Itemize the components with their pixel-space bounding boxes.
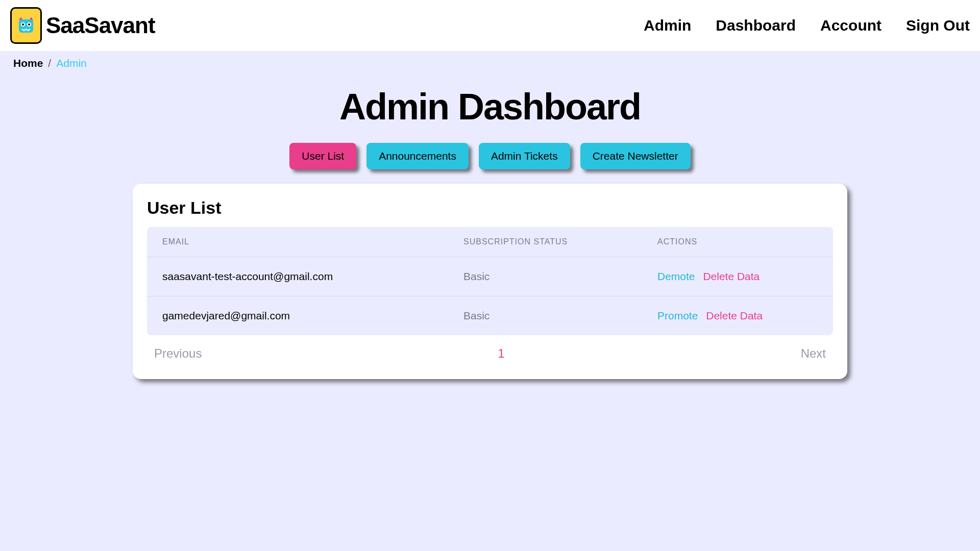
card-title: User List — [147, 198, 833, 218]
tab-admin-tickets[interactable]: Admin Tickets — [479, 143, 570, 169]
svg-rect-0 — [19, 19, 33, 33]
breadcrumb: Home / Admin — [0, 51, 980, 76]
action-promote[interactable]: Promote — [657, 310, 698, 321]
svg-point-3 — [22, 23, 24, 26]
logo-icon — [10, 7, 42, 44]
nav-signout[interactable]: Sign Out — [906, 17, 970, 34]
breadcrumb-separator: / — [48, 57, 51, 69]
cell-email: saasavant-test-account@gmail.com — [162, 270, 463, 283]
action-demote[interactable]: Demote — [657, 270, 695, 282]
table-row: gamedevjared@gmail.com Basic Promote Del… — [147, 296, 833, 335]
svg-point-4 — [28, 23, 30, 26]
tab-user-list[interactable]: User List — [289, 143, 356, 169]
th-actions: ACTIONS — [657, 237, 818, 246]
pagination-next[interactable]: Next — [801, 346, 826, 361]
tab-announcements[interactable]: Announcements — [366, 143, 469, 169]
user-list-card: User List EMAIL SUBSCRIPTION STATUS ACTI… — [133, 184, 847, 379]
brand-name: SaaSavant — [46, 13, 155, 38]
nav: Admin Dashboard Account Sign Out — [644, 17, 970, 34]
pagination-current: 1 — [498, 346, 504, 361]
tab-create-newsletter[interactable]: Create Newsletter — [580, 143, 691, 169]
cell-email: gamedevjared@gmail.com — [162, 310, 463, 322]
cell-actions: Demote Delete Data — [657, 270, 818, 283]
th-email: EMAIL — [162, 237, 463, 246]
monster-icon — [16, 15, 36, 36]
table-row: saasavant-test-account@gmail.com Basic D… — [147, 257, 833, 296]
cell-status: Basic — [463, 310, 657, 322]
action-delete[interactable]: Delete Data — [703, 270, 760, 282]
pagination-previous[interactable]: Previous — [154, 346, 202, 361]
action-delete[interactable]: Delete Data — [706, 310, 763, 321]
th-status: SUBSCRIPTION STATUS — [463, 237, 657, 246]
logo[interactable]: SaaSavant — [10, 7, 155, 44]
table-header: EMAIL SUBSCRIPTION STATUS ACTIONS — [147, 227, 833, 257]
user-table: EMAIL SUBSCRIPTION STATUS ACTIONS saasav… — [147, 227, 833, 335]
page-title: Admin Dashboard — [0, 86, 980, 128]
nav-admin[interactable]: Admin — [644, 17, 691, 34]
cell-actions: Promote Delete Data — [657, 310, 818, 322]
nav-account[interactable]: Account — [820, 17, 881, 34]
breadcrumb-home[interactable]: Home — [13, 57, 43, 69]
header: SaaSavant Admin Dashboard Account Sign O… — [0, 0, 980, 51]
pagination: Previous 1 Next — [147, 335, 833, 365]
breadcrumb-current: Admin — [56, 57, 87, 69]
tabs: User List Announcements Admin Tickets Cr… — [0, 143, 980, 169]
cell-status: Basic — [463, 270, 657, 283]
nav-dashboard[interactable]: Dashboard — [716, 17, 796, 34]
